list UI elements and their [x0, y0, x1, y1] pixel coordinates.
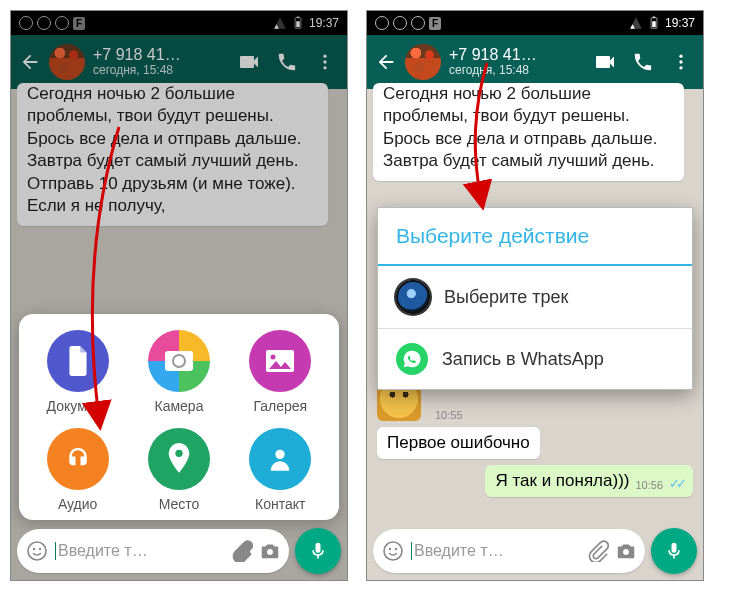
screenshot-left: F 19:37 +7 918 41… сегодня, 15:48 [10, 10, 348, 581]
gallery-icon [249, 330, 311, 392]
back-button[interactable] [375, 51, 397, 73]
attach-label: Контакт [255, 496, 305, 512]
svg-point-22 [395, 548, 397, 550]
audio-icon [47, 428, 109, 490]
option-label: Запись в WhatsApp [442, 349, 604, 370]
header-title-block[interactable]: +7 918 41… сегодня, 15:48 [449, 46, 583, 78]
more-button[interactable] [667, 48, 695, 76]
chat-header: +7 918 41… сегодня, 15:48 [367, 35, 703, 89]
avatar[interactable] [405, 44, 441, 80]
contact-icon [249, 428, 311, 490]
option-label: Выберите трек [444, 287, 568, 308]
message-text: Я так и поняла))) [495, 471, 629, 491]
dialog-title: Выберите действие [378, 208, 692, 264]
svg-rect-16 [653, 17, 655, 18]
mic-button[interactable] [295, 528, 341, 574]
signal-icon [629, 16, 643, 30]
attach-label: Место [159, 496, 200, 512]
outgoing-message[interactable]: Я так и поняла))) 10:56 ✓✓ [485, 465, 693, 497]
attach-label: Документ [47, 398, 109, 414]
attach-camera[interactable]: Камера [128, 330, 229, 414]
attach-label: Аудио [58, 496, 98, 512]
attach-sheet: Документ Камера Галерея [19, 314, 339, 520]
attach-gallery[interactable]: Галерея [230, 330, 331, 414]
message-timestamp: 10:55 [435, 409, 463, 421]
message-input[interactable]: Введите т… [411, 542, 581, 560]
svg-point-13 [267, 549, 273, 555]
message-timestamp: 10:56 [635, 479, 663, 491]
camera-button[interactable] [259, 540, 281, 562]
read-ticks-icon: ✓✓ [669, 476, 683, 491]
attach-audio[interactable]: Аудио [27, 428, 128, 512]
attach-contact[interactable]: Контакт [230, 428, 331, 512]
attach-location[interactable]: Место [128, 428, 229, 512]
camera-icon [148, 330, 210, 392]
input-row: Введите т… [373, 528, 697, 574]
svg-point-7 [271, 355, 276, 360]
attach-button[interactable] [231, 540, 253, 562]
dialog-option-record[interactable]: Запись в WhatsApp [378, 329, 692, 389]
incoming-message[interactable]: Первое ошибочно [377, 427, 540, 459]
screenshot-right: F 19:37 +7 918 41… сегодня, 15:48 [366, 10, 704, 581]
svg-point-21 [389, 548, 391, 550]
last-seen: сегодня, 15:48 [449, 64, 583, 78]
attach-label: Камера [155, 398, 204, 414]
camera-button[interactable] [615, 540, 637, 562]
svg-point-17 [679, 55, 682, 58]
status-icon [375, 16, 389, 30]
svg-point-23 [623, 549, 629, 555]
svg-point-12 [39, 548, 41, 550]
status-time: 19:37 [665, 16, 695, 30]
svg-point-19 [679, 66, 682, 69]
dialog-option-track[interactable]: Выберите трек [378, 266, 692, 328]
status-icon [393, 16, 407, 30]
svg-rect-15 [652, 21, 656, 27]
status-icon [411, 16, 425, 30]
svg-point-9 [276, 450, 285, 459]
document-icon [47, 330, 109, 392]
message-input-box[interactable]: Введите т… [373, 529, 645, 573]
action-dialog: Выберите действие Выберите трек Запись в… [377, 207, 693, 390]
svg-point-10 [28, 542, 46, 560]
message-input[interactable]: Введите т… [55, 542, 225, 560]
svg-point-18 [679, 60, 682, 63]
svg-point-8 [175, 450, 182, 457]
contact-name: +7 918 41… [449, 46, 583, 64]
input-row: Введите т… [17, 528, 341, 574]
whatsapp-icon [396, 343, 428, 375]
voice-call-button[interactable] [629, 48, 657, 76]
incoming-message[interactable]: Сегодня ночью 2 большие проблемы, твои б… [373, 83, 684, 181]
status-bar: F 19:37 [367, 11, 703, 35]
battery-icon [647, 16, 661, 30]
attach-document[interactable]: Документ [27, 330, 128, 414]
location-icon [148, 428, 210, 490]
emoji-button[interactable] [381, 539, 405, 563]
video-call-button[interactable] [591, 48, 619, 76]
emoji-button[interactable] [25, 539, 49, 563]
svg-point-20 [384, 542, 402, 560]
mic-button[interactable] [651, 528, 697, 574]
svg-point-11 [33, 548, 35, 550]
status-icon: F [429, 17, 441, 30]
attach-label: Галерея [253, 398, 307, 414]
attach-button[interactable] [587, 540, 609, 562]
music-lens-icon [396, 280, 430, 314]
message-input-box[interactable]: Введите т… [17, 529, 289, 573]
